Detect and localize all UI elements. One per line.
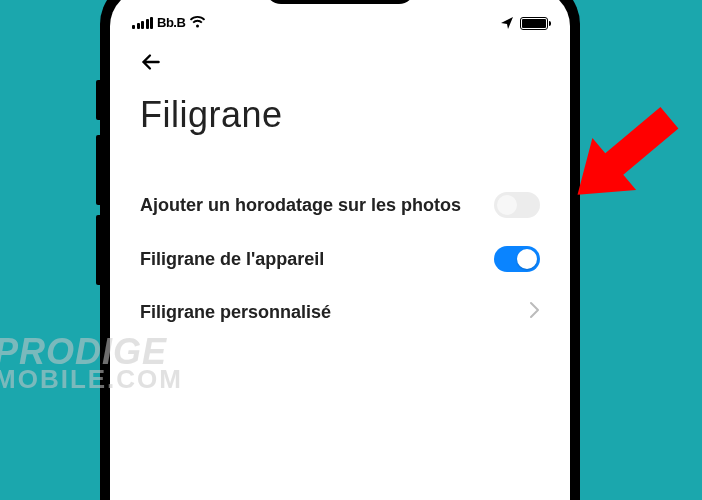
- page-title: Filigrane: [140, 94, 540, 136]
- status-bar: Bb.B: [110, 0, 570, 34]
- toggle-device-watermark[interactable]: [494, 246, 540, 272]
- side-button: [96, 80, 100, 120]
- setting-label: Ajouter un horodatage sur les photos: [140, 193, 474, 217]
- setting-timestamp[interactable]: Ajouter un horodatage sur les photos: [140, 178, 540, 232]
- phone-frame: Bb.B Filigrane Ajouter un horodatage sur…: [100, 0, 580, 500]
- setting-device-watermark[interactable]: Filigrane de l'appareil: [140, 232, 540, 286]
- signal-icon: [132, 17, 153, 29]
- chevron-right-icon: [529, 301, 540, 323]
- toggle-timestamp[interactable]: [494, 192, 540, 218]
- wifi-icon: [189, 16, 206, 29]
- setting-label: Filigrane de l'appareil: [140, 247, 474, 271]
- volume-up-button: [96, 135, 100, 205]
- screen: Bb.B Filigrane Ajouter un horodatage sur…: [110, 0, 570, 500]
- back-button[interactable]: [138, 42, 178, 82]
- setting-custom-watermark[interactable]: Filigrane personnalisé: [140, 286, 540, 338]
- volume-down-button: [96, 215, 100, 285]
- back-arrow-icon: [138, 49, 164, 75]
- carrier-label: Bb.B: [157, 15, 185, 30]
- location-icon: [500, 16, 514, 30]
- phone-notch: [265, 0, 415, 4]
- setting-label: Filigrane personnalisé: [140, 300, 509, 324]
- battery-icon: [520, 17, 548, 30]
